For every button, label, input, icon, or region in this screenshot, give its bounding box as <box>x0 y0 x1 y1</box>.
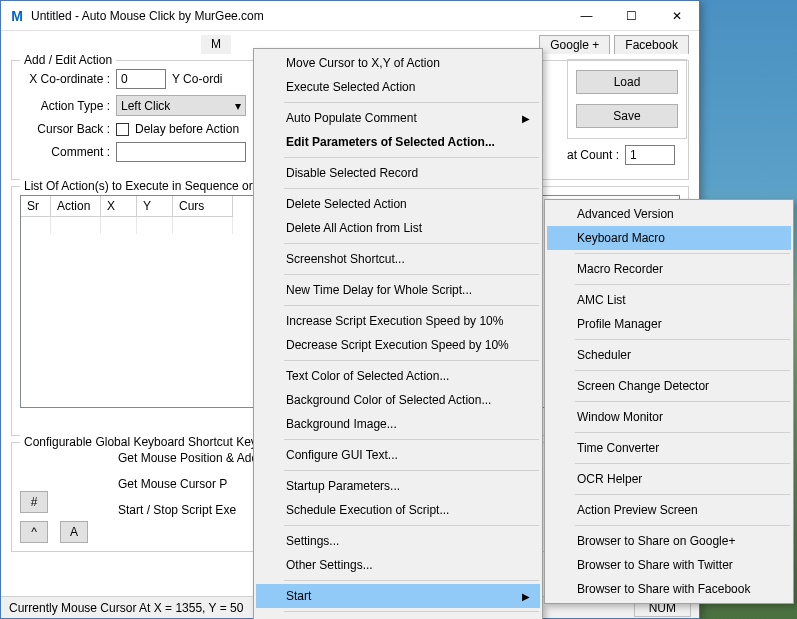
menu-separator <box>284 274 539 275</box>
menu-separator <box>284 157 539 158</box>
cursor-back-label: Cursor Back : <box>20 122 110 136</box>
menu-item[interactable]: Keyboard Macro <box>547 226 791 250</box>
menu-item[interactable]: Browser to Share with Facebook <box>547 577 791 601</box>
tab-google[interactable]: Google + <box>539 35 610 54</box>
menu-separator <box>575 401 790 402</box>
repeat-input[interactable] <box>625 145 675 165</box>
cursor-back-checkbox[interactable] <box>116 123 129 136</box>
load-button[interactable]: Load <box>576 70 678 94</box>
x-coord-input[interactable] <box>116 69 166 89</box>
menu-item[interactable]: Screenshot Shortcut... <box>256 247 540 271</box>
comment-label: Comment : <box>20 145 110 159</box>
menu-item[interactable]: AMC List <box>547 288 791 312</box>
menu-item[interactable]: Profile Manager <box>547 312 791 336</box>
menu-item[interactable]: Schedule Execution of Script... <box>256 498 540 522</box>
menu-item[interactable]: Configure GUI Text... <box>256 443 540 467</box>
menu-item[interactable]: Delete Selected Action <box>256 192 540 216</box>
menu-item[interactable]: Text Color of Selected Action... <box>256 364 540 388</box>
context-menu-start: Advanced VersionKeyboard MacroMacro Reco… <box>544 199 794 604</box>
menu-separator <box>575 339 790 340</box>
context-menu-main: Move Cursor to X,Y of ActionExecute Sele… <box>253 48 543 619</box>
caret-button[interactable]: ^ <box>20 521 48 543</box>
menu-separator <box>575 284 790 285</box>
y-coord-label: Y Co-ordi <box>172 72 222 86</box>
status-text: Currently Mouse Cursor At X = 1355, Y = … <box>9 601 243 615</box>
save-button[interactable]: Save <box>576 104 678 128</box>
window-title: Untitled - Auto Mouse Click by MurGee.co… <box>31 9 564 23</box>
menu-separator <box>575 463 790 464</box>
menu-item[interactable]: New Time Delay for Whole Script... <box>256 278 540 302</box>
menu-item[interactable]: View Script Execution Info... <box>256 615 540 619</box>
menu-item[interactable]: OCR Helper <box>547 467 791 491</box>
menu-item[interactable]: Delete All Action from List <box>256 216 540 240</box>
menu-item[interactable]: Execute Selected Action <box>256 75 540 99</box>
menu-separator <box>284 360 539 361</box>
submenu-arrow-icon: ▶ <box>522 113 530 124</box>
menu-separator <box>575 494 790 495</box>
menu-item[interactable]: Background Image... <box>256 412 540 436</box>
action-type-label: Action Type : <box>20 99 110 113</box>
menu-item[interactable]: Screen Change Detector <box>547 374 791 398</box>
menu-item[interactable]: Start▶ <box>256 584 540 608</box>
col-y[interactable]: Y <box>137 196 173 217</box>
col-sr[interactable]: Sr <box>21 196 51 217</box>
menu-item[interactable]: Move Cursor to X,Y of Action <box>256 51 540 75</box>
menu-item[interactable]: Action Preview Screen <box>547 498 791 522</box>
right-column: Load Save at Count : <box>567 59 687 171</box>
menu-item[interactable]: Increase Script Execution Speed by 10% <box>256 309 540 333</box>
menu-separator <box>284 525 539 526</box>
menu-separator <box>284 580 539 581</box>
x-coord-label: X Co-ordinate : <box>20 72 110 86</box>
titlebar[interactable]: M Untitled - Auto Mouse Click by MurGee.… <box>1 1 699 31</box>
menu-item[interactable]: Auto Populate Comment▶ <box>256 106 540 130</box>
group-title: Add / Edit Action <box>20 53 116 67</box>
app-icon: M <box>9 8 25 24</box>
menu-item[interactable]: Scheduler <box>547 343 791 367</box>
submenu-arrow-icon: ▶ <box>522 591 530 602</box>
menu-item[interactable]: Time Converter <box>547 436 791 460</box>
menu-item[interactable]: Startup Parameters... <box>256 474 540 498</box>
menu-separator <box>284 305 539 306</box>
menu-item[interactable]: Browser to Share with Twitter <box>547 553 791 577</box>
menu-separator <box>284 188 539 189</box>
a-button[interactable]: A <box>60 521 88 543</box>
menu-separator <box>284 243 539 244</box>
menu-item[interactable]: Background Color of Selected Action... <box>256 388 540 412</box>
tab-facebook[interactable]: Facebook <box>614 35 689 54</box>
minimize-button[interactable]: — <box>564 1 609 30</box>
menu-separator <box>284 611 539 612</box>
comment-input[interactable] <box>116 142 246 162</box>
menu-separator <box>575 253 790 254</box>
menu-item[interactable]: Settings... <box>256 529 540 553</box>
menu-separator <box>575 370 790 371</box>
col-x[interactable]: X <box>101 196 137 217</box>
col-cursor[interactable]: Curs <box>173 196 233 217</box>
menu-item[interactable]: Macro Recorder <box>547 257 791 281</box>
menu-item[interactable]: Other Settings... <box>256 553 540 577</box>
menu-separator <box>575 525 790 526</box>
repeat-label: at Count : <box>567 148 619 162</box>
menu-separator <box>284 470 539 471</box>
hash-button[interactable]: # <box>20 491 48 513</box>
tab-m[interactable]: M <box>201 35 231 54</box>
menu-item[interactable]: Edit Parameters of Selected Action... <box>256 130 540 154</box>
menu-item[interactable]: Browser to Share on Google+ <box>547 529 791 553</box>
col-action[interactable]: Action <box>51 196 101 217</box>
menu-separator <box>284 439 539 440</box>
action-type-combo[interactable]: Left Click▾ <box>116 95 246 116</box>
cfg-title: Configurable Global Keyboard Shortcut Ke… <box>20 435 261 449</box>
list-title: List Of Action(s) to Execute in Sequence… <box>20 179 257 193</box>
close-button[interactable]: ✕ <box>654 1 699 30</box>
menu-item[interactable]: Disable Selected Record <box>256 161 540 185</box>
chevron-down-icon: ▾ <box>235 99 241 113</box>
menu-separator <box>284 102 539 103</box>
menu-item[interactable]: Decrease Script Execution Speed by 10% <box>256 333 540 357</box>
menu-item[interactable]: Window Monitor <box>547 405 791 429</box>
delay-label: Delay before Action <box>135 122 239 136</box>
menu-item[interactable]: Advanced Version <box>547 202 791 226</box>
maximize-button[interactable]: ☐ <box>609 1 654 30</box>
menu-separator <box>575 432 790 433</box>
